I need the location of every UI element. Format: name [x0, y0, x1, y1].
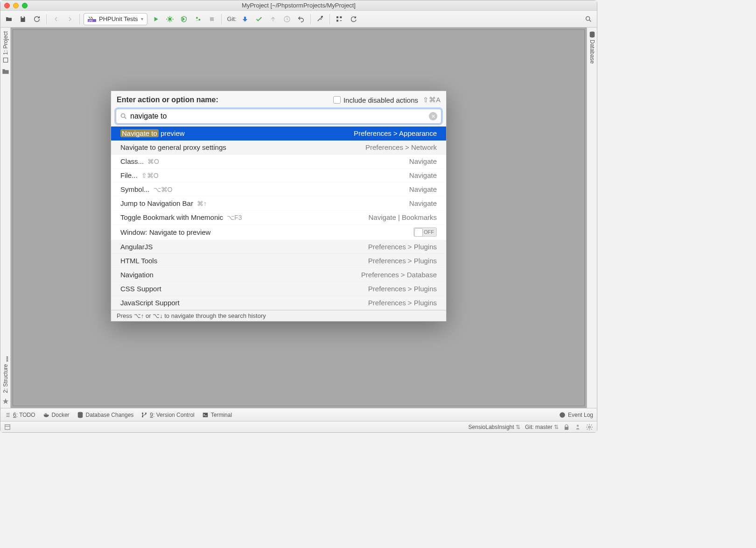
search-everywhere-icon[interactable]: [583, 14, 594, 25]
svg-text:php: php: [89, 19, 93, 22]
inspector-icon[interactable]: [574, 424, 581, 430]
branch-icon: [141, 412, 147, 418]
minimize-window-button[interactable]: [13, 3, 19, 8]
git-label: Git:: [227, 15, 237, 22]
search-field-wrap: ✕: [116, 109, 441, 124]
list-icon: [4, 412, 11, 418]
vcs-history-icon[interactable]: [281, 14, 293, 25]
chevron-down-icon: ▾: [141, 16, 143, 21]
titlebar: MyProject [~/PhpstormProjects/MyProject]: [0, 0, 597, 11]
open-icon[interactable]: [3, 14, 14, 25]
result-row[interactable]: NavigationPreferences > Database: [111, 268, 446, 282]
project-tab-label: 1: Project: [2, 31, 9, 55]
stop-icon[interactable]: [206, 14, 217, 25]
undo-icon[interactable]: [295, 14, 307, 25]
svg-point-4: [198, 19, 200, 21]
result-context: Navigate: [409, 185, 437, 193]
docker-icon: [43, 412, 49, 418]
close-window-button[interactable]: [4, 3, 10, 8]
lock-icon[interactable]: [563, 424, 570, 430]
run-configuration-selector[interactable]: php PHPUnit Tests ▾: [84, 13, 147, 25]
result-context: Navigate: [409, 157, 437, 165]
bottom-tool-bar: 6: TODO Docker Database Changes 9: Versi…: [0, 408, 597, 421]
folder-icon[interactable]: [2, 68, 9, 75]
popup-footer-hint: Press ⌥↑ or ⌥↓ to navigate through the s…: [111, 310, 446, 321]
action-search-input[interactable]: [130, 111, 426, 121]
todo-tool-tab[interactable]: 6: TODO: [4, 412, 35, 418]
profile-icon[interactable]: [192, 14, 203, 25]
result-row[interactable]: Window: Navigate to previewOFF: [111, 225, 446, 240]
project-icon: [2, 57, 9, 63]
vcs-update-icon[interactable]: [239, 14, 251, 25]
db-changes-label: Database Changes: [86, 412, 134, 418]
result-row[interactable]: Symbol...⌥⌘ONavigate: [111, 183, 446, 197]
vcs-commit-icon[interactable]: [253, 14, 265, 25]
sensiolabs-status[interactable]: SensioLabsInsight ⇅: [469, 424, 520, 430]
result-label: CSS Support: [120, 285, 161, 293]
result-label: Jump to Navigation Bar: [120, 199, 193, 207]
event-log-label: Event Log: [568, 412, 593, 418]
debug-icon[interactable]: [164, 14, 175, 25]
save-icon[interactable]: [17, 14, 28, 25]
favorites-icon[interactable]: [2, 398, 9, 405]
result-row[interactable]: Jump to Navigation Bar⌘↑Navigate: [111, 197, 446, 211]
gear-icon[interactable]: [586, 423, 593, 431]
vcs-push-icon[interactable]: [267, 14, 279, 25]
version-control-tab[interactable]: 9: Version Control: [141, 412, 194, 418]
separator: [310, 14, 311, 24]
result-row[interactable]: Class...⌘ONavigate: [111, 155, 446, 169]
run-icon[interactable]: [150, 14, 161, 25]
zoom-window-button[interactable]: [22, 3, 28, 8]
database-tool-tab[interactable]: Database: [589, 29, 595, 65]
separator: [46, 14, 47, 24]
coverage-icon[interactable]: [178, 14, 189, 25]
status-bar: SensioLabsInsight ⇅ Git: master ⇅: [0, 421, 597, 432]
event-log-tab[interactable]: Event Log: [559, 412, 593, 418]
database-changes-tab[interactable]: Database Changes: [77, 412, 134, 418]
forward-icon[interactable]: [64, 14, 76, 25]
svg-point-17: [121, 114, 125, 118]
result-row[interactable]: File...⇧⌘ONavigate: [111, 169, 446, 183]
docker-tool-tab[interactable]: Docker: [43, 412, 70, 418]
terminal-tab[interactable]: Terminal: [202, 412, 232, 418]
structure-tool-tab[interactable]: 2: Structure: [2, 354, 9, 395]
include-disabled-checkbox[interactable]: Include disabled actions ⇧⌘A: [333, 96, 441, 104]
sync-icon[interactable]: [348, 14, 359, 25]
svg-point-27: [588, 426, 590, 428]
separator: [329, 14, 330, 24]
result-row[interactable]: Navigate to general proxy settingsPrefer…: [111, 141, 446, 155]
result-label: Navigation: [120, 271, 154, 279]
result-row[interactable]: HTML ToolsPreferences > Plugins: [111, 254, 446, 268]
svg-rect-13: [6, 360, 8, 361]
result-row[interactable]: CSS SupportPreferences > Plugins: [111, 282, 446, 296]
git-branch-status[interactable]: Git: master ⇅: [525, 424, 559, 430]
result-label: HTML Tools: [120, 257, 157, 265]
clear-search-icon[interactable]: ✕: [429, 112, 437, 120]
ide-window: MyProject [~/PhpstormProjects/MyProject]…: [0, 0, 597, 433]
svg-rect-5: [210, 17, 214, 21]
result-row[interactable]: JavaScript SupportPreferences > Plugins: [111, 296, 446, 310]
separator: [79, 14, 80, 24]
settings-icon[interactable]: [315, 14, 326, 25]
toggle-switch[interactable]: OFF: [413, 227, 437, 237]
project-tool-tab[interactable]: 1: Project: [2, 29, 9, 65]
refresh-icon[interactable]: [31, 14, 42, 25]
svg-point-23: [560, 412, 565, 417]
back-icon[interactable]: [50, 14, 62, 25]
project-structure-icon[interactable]: [334, 14, 345, 25]
result-context: Preferences > Appearance: [354, 129, 437, 137]
structure-icon: [2, 356, 9, 362]
svg-point-11: [586, 16, 590, 20]
result-row[interactable]: Navigate to previewPreferences > Appeara…: [111, 126, 446, 141]
result-label: AngularJS: [120, 243, 153, 251]
docker-label: Docker: [52, 412, 70, 418]
result-row[interactable]: AngularJSPreferences > Plugins: [111, 240, 446, 254]
result-label: Window: Navigate to preview: [120, 228, 210, 236]
result-label: Toggle Bookmark with Mnemonic: [120, 213, 223, 221]
terminal-label: Terminal: [211, 412, 232, 418]
svg-rect-25: [565, 427, 568, 429]
result-row[interactable]: Toggle Bookmark with Mnemonic⌥F3Navigate…: [111, 211, 446, 225]
svg-rect-24: [5, 424, 10, 429]
tool-windows-icon[interactable]: [4, 424, 11, 430]
terminal-icon: [202, 412, 209, 418]
